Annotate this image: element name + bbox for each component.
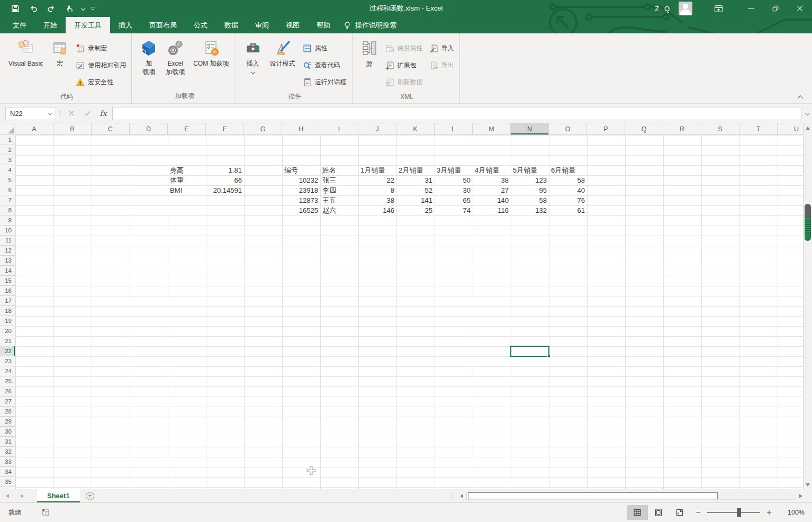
row-header-6[interactable]: 6 (0, 185, 15, 195)
page-layout-view-button[interactable] (648, 505, 669, 520)
row-header-33[interactable]: 33 (0, 457, 15, 467)
scroll-down-button[interactable] (804, 480, 812, 489)
avatar[interactable] (679, 2, 692, 15)
column-header-C[interactable]: C (92, 123, 130, 134)
cell-N8[interactable]: 132 (511, 205, 549, 215)
zoom-slider-thumb[interactable] (737, 508, 741, 517)
horizontal-scroll-thumb[interactable] (468, 492, 718, 499)
cell-O5[interactable]: 58 (549, 175, 587, 185)
tab-review[interactable]: 审阅 (247, 17, 277, 33)
column-header-U[interactable]: U (778, 123, 803, 134)
column-header-T[interactable]: T (739, 123, 778, 134)
enter-button[interactable] (79, 107, 95, 120)
cell-J6[interactable]: 8 (358, 185, 396, 195)
cell-L6[interactable]: 30 (435, 185, 473, 195)
row-header-15[interactable]: 15 (0, 276, 15, 286)
column-header-H[interactable]: H (282, 123, 320, 134)
ribbon-button-Visual Basic[interactable]: Visual Basic (5, 35, 47, 89)
row-header-29[interactable]: 29 (0, 417, 15, 427)
redo-button[interactable] (42, 2, 60, 15)
row-header-1[interactable]: 1 (0, 135, 15, 145)
scroll-up-button[interactable] (804, 123, 812, 132)
row-header-14[interactable]: 14 (0, 266, 15, 276)
row-header-20[interactable]: 20 (0, 326, 15, 336)
cell-N5[interactable]: 123 (511, 175, 549, 185)
tab-view[interactable]: 视图 (277, 17, 308, 33)
cell-N4[interactable]: 5月销量 (511, 165, 549, 175)
touch-mode-button[interactable] (60, 2, 78, 15)
row-header-25[interactable]: 25 (0, 376, 15, 386)
cell-F4[interactable]: 1.81 (206, 165, 244, 175)
cell-E4[interactable]: 身高 (168, 165, 206, 175)
row-header-13[interactable]: 13 (0, 256, 15, 266)
tab-splitter-handle[interactable]: ⋮⋮ (448, 489, 457, 502)
cell-I8[interactable]: 赵六 (320, 205, 358, 215)
cell-L8[interactable]: 74 (435, 205, 473, 215)
cancel-button[interactable] (64, 107, 79, 120)
column-header-J[interactable]: J (358, 123, 396, 134)
customize-qat-button[interactable] (88, 2, 97, 15)
cell-J8[interactable]: 146 (358, 205, 396, 215)
row-header-22[interactable]: 22 (0, 346, 15, 356)
cell-I7[interactable]: 王五 (320, 195, 358, 205)
zoom-slider[interactable] (707, 512, 760, 513)
row-header-5[interactable]: 5 (0, 175, 15, 185)
column-header-P[interactable]: P (587, 123, 625, 134)
user-initials[interactable]: Z Q (655, 5, 671, 13)
zoom-level-label[interactable]: 100% (777, 509, 805, 516)
ribbon-button-宏[interactable]: 宏 (48, 35, 72, 89)
insert-function-button[interactable]: fx (95, 107, 111, 120)
cell-L4[interactable]: 3月销量 (435, 165, 473, 175)
cell-M6[interactable]: 27 (473, 185, 511, 195)
formula-bar-splitter[interactable]: ⋮ (56, 112, 64, 114)
cell-N7[interactable]: 58 (511, 195, 549, 205)
touch-mode-dropdown[interactable] (78, 2, 88, 15)
column-header-N[interactable]: N (511, 123, 549, 134)
formula-input[interactable] (112, 107, 801, 120)
row-header-18[interactable]: 18 (0, 306, 15, 316)
cell-J7[interactable]: 38 (358, 195, 396, 205)
row-header-2[interactable]: 2 (0, 145, 15, 155)
column-header-B[interactable]: B (53, 123, 92, 134)
cell-H4[interactable]: 编号 (282, 165, 320, 175)
cell-K5[interactable]: 31 (396, 175, 435, 185)
cell-N6[interactable]: 95 (511, 185, 549, 195)
ribbon-button-录制宏[interactable]: 录制宏 (74, 41, 128, 55)
column-header-G[interactable]: G (244, 123, 282, 134)
cell-J4[interactable]: 1月销量 (358, 165, 396, 175)
name-box-dropdown-icon[interactable] (48, 111, 52, 115)
tab-help[interactable]: 帮助 (308, 17, 339, 33)
row-header-11[interactable]: 11 (0, 236, 15, 246)
formula-bar-expand-button[interactable] (802, 112, 812, 115)
ribbon-button-扩展包[interactable]: 扩展包 (383, 58, 425, 72)
column-header-D[interactable]: D (130, 123, 168, 134)
column-header-M[interactable]: M (473, 123, 511, 134)
cell-K6[interactable]: 52 (396, 185, 435, 195)
sheet-tab-Sheet1[interactable]: Sheet1 (37, 489, 80, 502)
macro-record-status-icon[interactable] (41, 508, 50, 517)
cell-M8[interactable]: 116 (473, 205, 511, 215)
column-header-K[interactable]: K (396, 123, 435, 134)
tab-home[interactable]: 开始 (35, 17, 66, 33)
column-header-Q[interactable]: Q (625, 123, 663, 134)
restore-button[interactable] (763, 0, 788, 17)
tell-me-search[interactable]: 操作说明搜索 (343, 17, 396, 33)
row-header-28[interactable]: 28 (0, 407, 15, 417)
row-header-12[interactable]: 12 (0, 246, 15, 256)
row-header-27[interactable]: 27 (0, 397, 15, 407)
ribbon-button-运行对话框[interactable]: 运行对话框 (301, 75, 349, 89)
cell-F6[interactable]: 20.14591 (206, 185, 244, 195)
sheet-nav-prev-button[interactable] (0, 489, 15, 502)
cell-K8[interactable]: 25 (396, 205, 435, 215)
ribbon-button-属性[interactable]: 属性 (301, 41, 349, 55)
add-sheet-button[interactable]: + (80, 489, 100, 502)
row-header-7[interactable]: 7 (0, 195, 15, 205)
ribbon-button-Excel 加载项[interactable]: Excel加载项 (162, 35, 188, 89)
row-header-26[interactable]: 26 (0, 386, 15, 397)
ribbon-button-设计模式[interactable]: 设计模式 (266, 35, 299, 89)
cell-K7[interactable]: 141 (396, 195, 435, 205)
ribbon-button-宏安全性[interactable]: 宏安全性 (74, 75, 128, 89)
select-all-corner[interactable] (0, 123, 15, 135)
cell-O8[interactable]: 61 (549, 205, 587, 215)
sheet-nav-next-button[interactable] (15, 489, 30, 502)
